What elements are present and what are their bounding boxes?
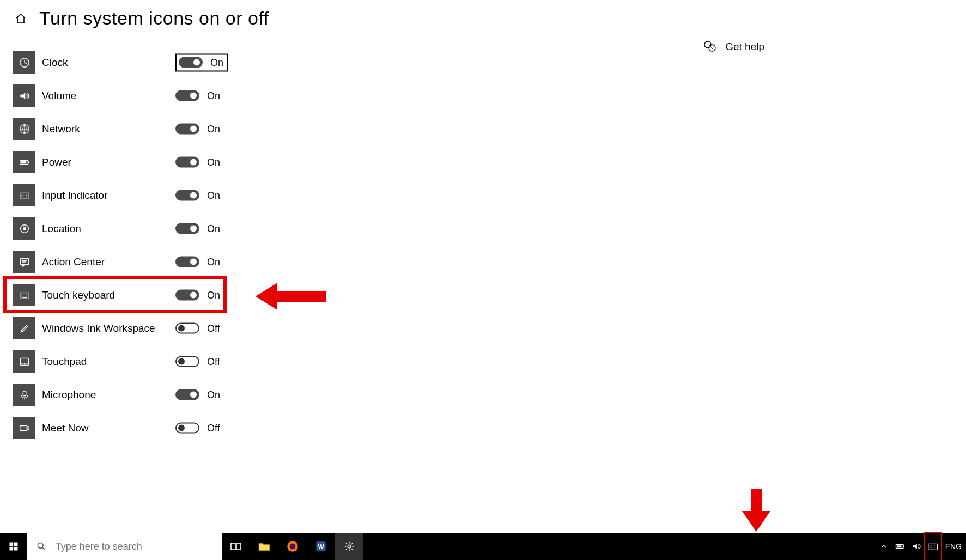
toggle-touchkbd[interactable] <box>175 290 199 301</box>
toggle-state-action: On <box>207 256 220 267</box>
row-power: PowerOn <box>13 145 394 179</box>
tray-touch-keyboard-icon[interactable] <box>925 533 941 560</box>
help-label: Get help <box>725 41 764 53</box>
row-meetnow: Meet NowOff <box>13 411 394 445</box>
tray-battery-icon[interactable] <box>892 533 908 560</box>
toggle-state-touchpad: Off <box>207 356 220 367</box>
tray-language-indicator[interactable]: ENG <box>941 542 966 551</box>
row-label-location: Location <box>42 223 81 235</box>
row-mic: MicrophoneOn <box>13 378 394 411</box>
word-button[interactable] <box>307 533 335 560</box>
focused-toggle: On <box>175 53 228 71</box>
toggle-state-input: On <box>207 190 220 201</box>
tray-overflow-button[interactable] <box>876 533 892 560</box>
system-tray: ENG <box>876 533 966 560</box>
taskbar-search[interactable] <box>27 533 222 560</box>
task-view-button[interactable] <box>222 533 250 560</box>
globe-icon <box>13 118 35 140</box>
settings-button[interactable] <box>335 533 363 560</box>
search-icon <box>36 540 47 552</box>
toggle-volume[interactable] <box>175 90 199 101</box>
tray-volume-icon[interactable] <box>908 533 925 560</box>
row-label-action: Action Center <box>42 256 105 268</box>
toggle-clock[interactable] <box>179 57 203 68</box>
toggle-state-volume: On <box>207 90 220 101</box>
row-input: Input IndicatorOn <box>13 179 394 212</box>
target-icon <box>13 217 35 240</box>
row-label-power: Power <box>42 156 71 168</box>
row-volume: VolumeOn <box>13 79 394 112</box>
toggle-state-ink: Off <box>207 322 220 334</box>
row-label-clock: Clock <box>42 57 68 69</box>
camera-icon <box>13 417 35 439</box>
row-label-ink: Windows Ink Workspace <box>42 322 155 334</box>
row-label-touchpad: Touchpad <box>42 356 87 368</box>
toggle-location[interactable] <box>175 223 199 234</box>
toggle-mic[interactable] <box>175 389 199 400</box>
toggle-state-network: On <box>207 123 220 135</box>
help-icon <box>703 40 716 53</box>
file-explorer-button[interactable] <box>250 533 278 560</box>
row-location: LocationOn <box>13 212 394 245</box>
toggle-action[interactable] <box>175 257 199 267</box>
system-icons-list: ClockOnVolumeOnNetworkOnPowerOnInput Ind… <box>13 46 394 445</box>
row-touchpad: TouchpadOff <box>13 345 394 378</box>
toggle-ink[interactable] <box>175 323 199 334</box>
keyboard-icon <box>13 284 35 306</box>
row-label-meetnow: Meet Now <box>42 422 89 434</box>
page-title: Turn system icons on or off <box>39 8 269 29</box>
toggle-network[interactable] <box>175 124 199 135</box>
row-label-network: Network <box>42 123 80 135</box>
row-label-volume: Volume <box>42 90 76 102</box>
toggle-state-meetnow: Off <box>207 422 220 434</box>
row-label-input: Input Indicator <box>42 190 107 202</box>
annotation-arrow-down <box>740 489 773 533</box>
search-input[interactable] <box>56 541 222 552</box>
mic-icon <box>13 384 35 406</box>
touchpad-icon <box>13 350 35 373</box>
row-ink: Windows Ink WorkspaceOff <box>13 312 394 345</box>
row-touchkbd: Touch keyboardOn <box>13 278 394 312</box>
toggle-power[interactable] <box>175 157 199 168</box>
row-label-touchkbd: Touch keyboard <box>42 289 115 301</box>
annotation-arrow-left <box>256 283 326 310</box>
keyboard-icon <box>13 184 35 206</box>
row-network: NetworkOn <box>13 112 394 145</box>
get-help-link[interactable]: Get help <box>703 40 764 53</box>
row-label-mic: Microphone <box>42 389 96 401</box>
clock-icon <box>13 51 35 74</box>
toggle-input[interactable] <box>175 190 199 201</box>
toggle-state-power: On <box>207 156 220 168</box>
toggle-state-mic: On <box>207 389 220 400</box>
toggle-state-clock: On <box>210 57 223 68</box>
start-button[interactable] <box>0 533 27 560</box>
firefox-button[interactable] <box>278 533 307 560</box>
pen-icon <box>13 317 35 339</box>
toggle-state-touchkbd: On <box>207 289 220 301</box>
toggle-meetnow[interactable] <box>175 423 199 434</box>
message-icon <box>13 251 35 273</box>
volume-icon <box>13 84 35 107</box>
row-clock: ClockOn <box>13 46 394 79</box>
row-action: Action CenterOn <box>13 245 394 278</box>
home-button[interactable] <box>11 9 31 28</box>
toggle-state-location: On <box>207 223 220 234</box>
battery-icon <box>13 151 35 173</box>
toggle-touchpad[interactable] <box>175 356 199 367</box>
taskbar: ENG <box>0 533 966 560</box>
